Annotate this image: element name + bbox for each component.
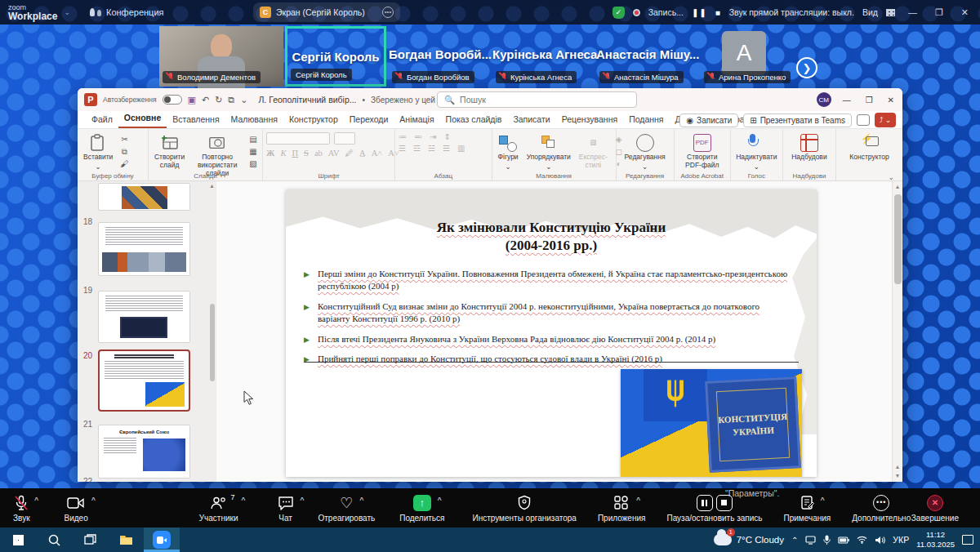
chevron-up-icon[interactable]: ^ (636, 496, 640, 504)
next-participants-button[interactable]: ❯ (796, 57, 817, 78)
start-button[interactable] (0, 528, 36, 552)
editing-button[interactable]: Редагування ⌄ (622, 132, 668, 173)
cut-icon[interactable]: ✂ (118, 135, 130, 145)
stop-record-icon[interactable] (716, 495, 733, 511)
tab-view[interactable]: Подання (623, 111, 669, 128)
restore-window-icon[interactable]: ❐ (930, 7, 948, 18)
tab-transitions[interactable]: Переходи (344, 111, 394, 128)
toolbar-annotations-button[interactable]: ^ Примечания (784, 494, 831, 523)
scrollbar-thumb[interactable] (894, 194, 902, 284)
columns-button[interactable]: ▥ (457, 144, 465, 153)
previous-slide-icon[interactable]: ▲ (893, 463, 902, 472)
toolbar-end-button[interactable]: ✕ Завершение (911, 494, 959, 523)
font-size-combo[interactable] (334, 132, 355, 145)
toolbar-audio-button[interactable]: ^ Звук (13, 494, 30, 523)
font-name-combo[interactable] (266, 132, 330, 145)
panel-scrollbar-thumb[interactable] (210, 304, 215, 381)
format-painter-icon[interactable]: 🖌 (118, 159, 130, 169)
align-center-button[interactable]: ☲ (413, 144, 421, 153)
search-box[interactable]: 🔍 Пошук (437, 91, 637, 108)
toolbar-pause-stop-record-button[interactable]: Пауза/остановить запись (666, 494, 762, 523)
italic-button[interactable]: К (280, 149, 286, 158)
participant-tile[interactable]: Курінська Агнеса Курінська Агнеса (492, 26, 595, 87)
search-button[interactable] (36, 528, 72, 552)
collapse-ribbon-icon[interactable]: ⌄ (888, 173, 894, 181)
designer-button[interactable]: ⚡ Конструктор (847, 132, 891, 163)
chevron-up-icon[interactable]: ^ (359, 496, 363, 504)
language-indicator[interactable]: УКР (893, 535, 909, 545)
file-explorer-button[interactable] (108, 528, 144, 552)
view-label[interactable]: Вид (862, 7, 878, 17)
task-view-button[interactable] (72, 528, 108, 552)
underline-button[interactable]: П (292, 149, 298, 158)
paste-button[interactable]: Вставити ⌄ (81, 132, 115, 173)
grow-font-button[interactable]: A˄ (372, 149, 383, 158)
align-right-button[interactable]: ☱ (428, 144, 435, 153)
zoom-app-button[interactable] (144, 528, 180, 552)
toolbar-share-button[interactable]: ↑ ^ Поделиться (399, 494, 444, 523)
bold-button[interactable]: Ж (266, 149, 274, 158)
chevron-up-icon[interactable]: ^ (34, 496, 38, 504)
scroll-up-icon[interactable]: ▲ (893, 181, 902, 192)
toolbar-more-button[interactable]: ••• Дополнительно (852, 494, 911, 523)
char-spacing-button[interactable]: ab (314, 149, 323, 158)
security-shield-icon[interactable]: ✓ (612, 7, 625, 19)
toolbar-reactions-button[interactable]: ♡ ^ Отреагировать (318, 494, 376, 523)
save-icon[interactable]: ▣ (188, 95, 196, 105)
justify-button[interactable]: ☰ (443, 144, 450, 153)
slide-thumbnail-18[interactable] (98, 222, 190, 276)
view-grid-icon[interactable] (886, 9, 895, 16)
tab-review[interactable]: Рецензування (556, 111, 623, 128)
chevron-up-icon[interactable]: ^ (438, 496, 442, 504)
taskbar-weather[interactable]: 1 7°C Cloudy (714, 534, 784, 545)
redo-icon[interactable]: ↻ (215, 95, 222, 105)
participant-tile[interactable]: Богдан Воробй... Богдан Воробйов (389, 26, 491, 87)
toolbar-chat-button[interactable]: ^ Чат (278, 494, 294, 523)
participant-tile-video[interactable]: Володимир Дементов (159, 26, 283, 87)
tab-design[interactable]: Конструктор (283, 111, 344, 128)
slide-thumbnail-21[interactable]: Європейський Союз (98, 425, 190, 479)
tray-chevron-up-icon[interactable]: ⌃ (791, 536, 798, 545)
qat-overflow-icon[interactable]: ⌄ (240, 95, 247, 105)
tab-draw[interactable]: Малювання (225, 111, 283, 128)
ppt-minimize-icon[interactable]: — (840, 96, 854, 105)
account-avatar[interactable]: СМ (817, 92, 831, 107)
autosave-toggle[interactable] (163, 95, 182, 105)
tray-battery-icon[interactable] (838, 536, 849, 544)
toolbar-apps-button[interactable]: ^ Приложения (598, 494, 646, 523)
ppt-restore-icon[interactable]: ❐ (862, 96, 876, 105)
undo-icon[interactable]: ↶ (202, 95, 209, 105)
tray-display-icon[interactable] (805, 536, 816, 545)
slide-thumbnail-19[interactable] (98, 291, 190, 343)
participant-tile-active-speaker[interactable]: Сергій Король Сергій Король (285, 26, 386, 87)
tab-animations[interactable]: Анімація (394, 111, 439, 128)
layout-icon[interactable]: ▤ (247, 135, 259, 145)
shapes-button[interactable]: Фігури ⌄ (496, 132, 521, 173)
pause-record-icon[interactable] (697, 495, 713, 511)
chevron-up-icon[interactable]: ^ (91, 496, 96, 504)
tab-file[interactable]: Файл (86, 111, 118, 128)
toolbar-participants-button[interactable]: 7 ^ Участники (199, 494, 238, 523)
tray-volume-icon[interactable] (875, 536, 885, 545)
toolbar-video-button[interactable]: ^ Видео (65, 494, 88, 523)
current-slide[interactable]: Як змінювали Конституцію України (2004-2… (286, 189, 817, 477)
quick-styles-button[interactable]: ▨ Експрес- стилі (577, 132, 610, 171)
comments-icon[interactable] (857, 114, 870, 126)
numbering-button[interactable]: ≕ (414, 132, 422, 141)
tray-wifi-icon[interactable] (857, 536, 867, 544)
addins-button[interactable]: Надбудови (789, 132, 829, 163)
chevron-up-icon[interactable]: ^ (821, 496, 825, 504)
taskbar-clock[interactable]: 11:12 11.03.2025 (916, 530, 955, 550)
tab-shared-screen[interactable]: C Экран (Сергій Король) ••• (253, 2, 400, 22)
copy-icon[interactable]: ⧉ (118, 147, 130, 157)
participant-tile[interactable]: Анастасія Мішу... Анастасія Мішура (596, 26, 699, 87)
toolbar-host-tools-button[interactable]: Инструменты организатора (472, 494, 576, 523)
dictate-button[interactable]: Надиктувати ⌄ (733, 132, 779, 173)
slide-thumbnail-20-selected[interactable] (98, 349, 190, 412)
more-options-icon[interactable]: ••• (382, 7, 394, 18)
record-button[interactable]: ◉ Записати (679, 114, 738, 127)
close-window-icon[interactable]: ✕ (956, 7, 973, 18)
new-slide-button[interactable]: Створити слайд (152, 132, 187, 171)
align-left-button[interactable]: ☰ (399, 144, 406, 153)
chevron-down-icon[interactable]: ⌄ (64, 8, 70, 16)
